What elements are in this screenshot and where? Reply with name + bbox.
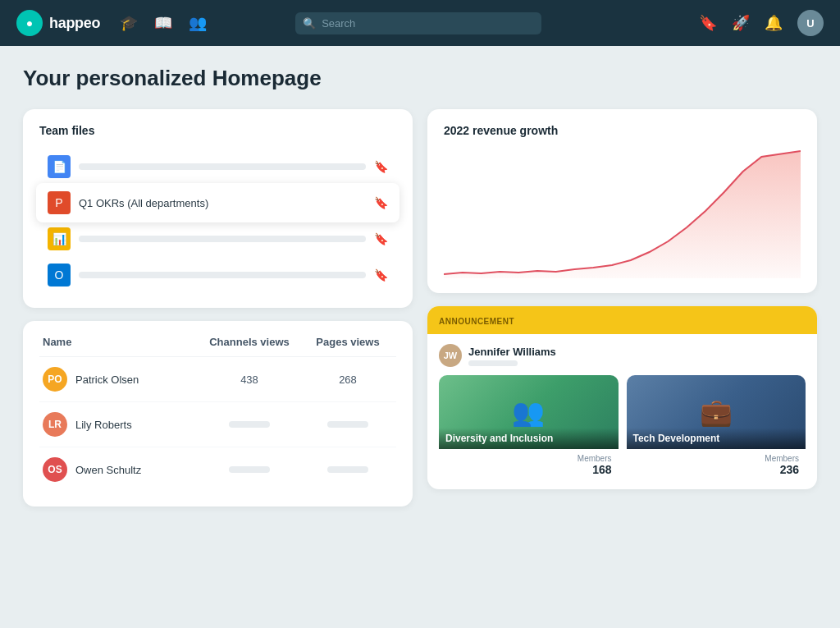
file-row-3[interactable]: 📊 🔖 xyxy=(39,221,396,257)
col-name: Name xyxy=(43,336,196,348)
members-info-1: Members 168 xyxy=(578,454,612,476)
app-name: happeo xyxy=(49,15,100,32)
user-cell-1: PO Patrick Olsen xyxy=(43,367,196,392)
file-name-placeholder-1 xyxy=(79,163,366,170)
table-row: PO Patrick Olsen 438 268 xyxy=(39,357,396,402)
announcement-card: Announcement JW Jennifer Williams xyxy=(427,306,817,489)
bookmark-file-4[interactable]: 🔖 xyxy=(374,268,388,282)
members-row-2: Members 236 xyxy=(627,449,806,479)
main-content: Your personalized Homepage Team files 📄 … xyxy=(0,46,840,526)
channel-name-2: Tech Development xyxy=(633,433,800,444)
avatar-2: LR xyxy=(43,412,67,437)
members-label-1: Members xyxy=(578,454,612,463)
search-container: 🔍 xyxy=(295,12,541,34)
rocket-icon[interactable]: 🚀 xyxy=(732,14,750,32)
table-row: LR Lily Roberts xyxy=(39,402,396,447)
channels-views-1: 438 xyxy=(196,374,303,386)
table-row: OS Owen Schultz xyxy=(39,447,396,492)
announcer-name: Jennifer Williams xyxy=(468,346,556,358)
avatar-1: PO xyxy=(43,367,67,392)
user-name-2: Lily Roberts xyxy=(75,419,132,431)
user-name-1: Patrick Olsen xyxy=(75,374,139,386)
table-header: Name Channels views Pages views xyxy=(39,336,396,357)
ppt-icon: P xyxy=(48,191,71,214)
chart-area-fill xyxy=(444,151,801,278)
logo-icon: ● xyxy=(16,10,43,36)
search-icon: 🔍 xyxy=(303,17,316,30)
docs-icon: 📄 xyxy=(48,155,71,178)
channel-overlay-2: Tech Development xyxy=(627,428,806,449)
nav-main-icons: 🎓 📖 👥 xyxy=(120,14,207,32)
col-channels: Channels views xyxy=(196,336,303,348)
file-row-2[interactable]: P Q1 OKRs (All departments) 🔖 xyxy=(36,183,399,222)
user-cell-3: OS Owen Schultz xyxy=(43,457,196,482)
content-grid: Team files 📄 🔖 P Q1 OKRs (All department… xyxy=(23,109,817,507)
pages-views-1: 268 xyxy=(303,374,393,386)
chart-title: 2022 revenue growth xyxy=(444,124,801,137)
pages-views-3 xyxy=(303,466,393,473)
channels-views-3 xyxy=(196,466,303,473)
bookmark-file-2[interactable]: 🔖 xyxy=(374,196,388,209)
analytics-table-card: Name Channels views Pages views PO Patri… xyxy=(23,321,413,507)
announcer-row: JW Jennifer Williams xyxy=(439,344,806,367)
channels-grid: Diversity and Inclusion Members 168 xyxy=(439,375,806,479)
search-input[interactable] xyxy=(295,12,541,34)
file-name-2: Q1 OKRs (All departments) xyxy=(79,197,366,209)
sheets-icon: 📊 xyxy=(48,227,71,250)
announcement-body: JW Jennifer Williams Diversity xyxy=(427,334,817,489)
left-column: Team files 📄 🔖 P Q1 OKRs (All department… xyxy=(23,109,413,507)
chart-area xyxy=(444,147,801,278)
right-column: 2022 revenue growth xyxy=(427,109,817,507)
announcer-avatar: JW xyxy=(439,344,462,367)
members-count-1: 168 xyxy=(578,463,612,476)
people-icon[interactable]: 👥 xyxy=(189,14,207,32)
file-name-placeholder-4 xyxy=(79,272,366,278)
team-files-card: Team files 📄 🔖 P Q1 OKRs (All department… xyxy=(23,109,413,308)
channel-overlay-1: Diversity and Inclusion xyxy=(439,428,619,449)
file-name-placeholder-3 xyxy=(79,236,366,242)
user-avatar[interactable]: U xyxy=(797,10,824,36)
bell-icon[interactable]: 🔔 xyxy=(765,14,783,32)
channels-views-2 xyxy=(196,421,303,428)
logo[interactable]: ● happeo xyxy=(16,10,100,36)
members-count-2: 236 xyxy=(765,463,799,476)
channel-name-1: Diversity and Inclusion xyxy=(445,433,612,444)
announcer-info: Jennifer Williams xyxy=(468,346,556,366)
revenue-chart-card: 2022 revenue growth xyxy=(427,109,817,293)
col-pages: Pages views xyxy=(303,336,393,348)
channel-image-diversity: Diversity and Inclusion xyxy=(439,375,619,449)
outlook-icon: Ο xyxy=(48,264,71,286)
bookmark-file-3[interactable]: 🔖 xyxy=(374,232,388,245)
bookmark-nav-icon[interactable]: 🔖 xyxy=(699,14,717,32)
members-row-1: Members 168 xyxy=(439,449,619,479)
announcement-header: Announcement xyxy=(427,306,817,334)
navbar: ● happeo 🎓 📖 👥 🔍 🔖 🚀 🔔 U xyxy=(0,0,840,46)
file-row-4[interactable]: Ο 🔖 xyxy=(39,257,396,293)
team-files-title: Team files xyxy=(39,124,396,137)
user-name-3: Owen Schultz xyxy=(75,464,141,476)
file-row-1[interactable]: 📄 🔖 xyxy=(39,149,396,185)
bookmark-file-1[interactable]: 🔖 xyxy=(374,160,388,173)
page-title: Your personalized Homepage xyxy=(23,66,817,91)
members-info-2: Members 236 xyxy=(765,454,799,476)
announcer-placeholder xyxy=(468,360,518,366)
avatar-3: OS xyxy=(43,457,67,482)
chart-svg xyxy=(444,147,801,278)
book-icon[interactable]: 📖 xyxy=(154,14,172,32)
courses-icon[interactable]: 🎓 xyxy=(120,14,138,32)
user-cell-2: LR Lily Roberts xyxy=(43,412,196,437)
channel-card-1[interactable]: Diversity and Inclusion Members 168 xyxy=(439,375,619,479)
nav-right-actions: 🔖 🚀 🔔 U xyxy=(699,10,824,36)
announcement-label: Announcement xyxy=(439,317,514,326)
members-label-2: Members xyxy=(765,454,799,463)
channel-image-tech: Tech Development xyxy=(627,375,806,449)
pages-views-2 xyxy=(303,421,393,428)
channel-card-2[interactable]: Tech Development Members 236 xyxy=(627,375,806,479)
